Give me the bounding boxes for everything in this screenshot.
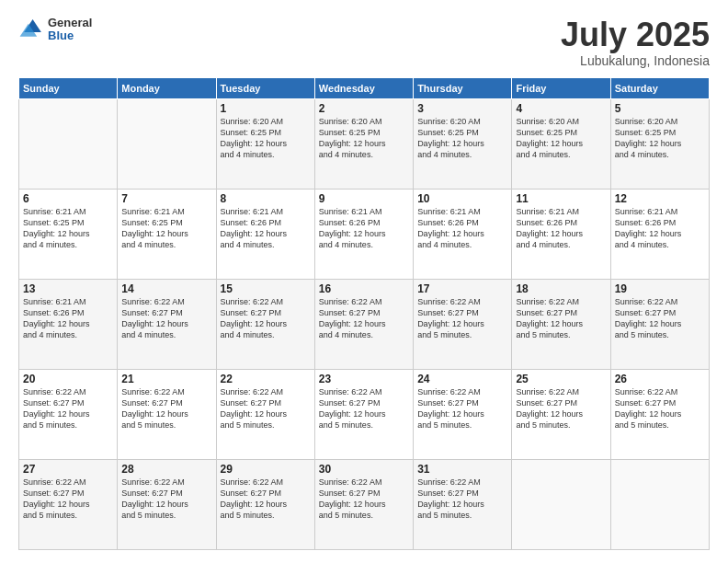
calendar-cell: 31Sunrise: 6:22 AM Sunset: 6:27 PM Dayli… — [414, 459, 512, 549]
day-number: 2 — [319, 102, 409, 115]
header-row: Sunday Monday Tuesday Wednesday Thursday… — [19, 77, 710, 98]
header: General Blue July 2025 Lubukalung, Indon… — [18, 17, 710, 68]
day-info: Sunrise: 6:20 AM Sunset: 6:25 PM Dayligh… — [615, 116, 705, 161]
page: General Blue July 2025 Lubukalung, Indon… — [0, 0, 728, 563]
col-sunday: Sunday — [19, 77, 118, 98]
day-info: Sunrise: 6:22 AM Sunset: 6:27 PM Dayligh… — [121, 386, 211, 431]
day-number: 17 — [417, 282, 507, 295]
day-info: Sunrise: 6:22 AM Sunset: 6:27 PM Dayligh… — [516, 296, 606, 341]
calendar-cell: 1Sunrise: 6:20 AM Sunset: 6:25 PM Daylig… — [216, 98, 314, 189]
day-number: 10 — [417, 192, 507, 205]
day-number: 5 — [615, 102, 705, 115]
col-tuesday: Tuesday — [216, 77, 314, 98]
calendar-cell — [610, 459, 709, 549]
calendar-week-4: 20Sunrise: 6:22 AM Sunset: 6:27 PM Dayli… — [19, 369, 710, 459]
day-info: Sunrise: 6:22 AM Sunset: 6:27 PM Dayligh… — [121, 477, 211, 522]
day-info: Sunrise: 6:21 AM Sunset: 6:26 PM Dayligh… — [615, 206, 705, 251]
day-info: Sunrise: 6:20 AM Sunset: 6:25 PM Dayligh… — [417, 116, 507, 161]
day-number: 30 — [319, 463, 409, 476]
day-info: Sunrise: 6:22 AM Sunset: 6:27 PM Dayligh… — [319, 386, 409, 431]
day-number: 8 — [221, 192, 311, 205]
calendar-cell: 18Sunrise: 6:22 AM Sunset: 6:27 PM Dayli… — [512, 279, 610, 369]
calendar-table: Sunday Monday Tuesday Wednesday Thursday… — [18, 77, 710, 550]
calendar-header: Sunday Monday Tuesday Wednesday Thursday… — [19, 77, 710, 98]
day-number: 9 — [319, 192, 409, 205]
day-info: Sunrise: 6:22 AM Sunset: 6:27 PM Dayligh… — [221, 477, 311, 522]
day-info: Sunrise: 6:22 AM Sunset: 6:27 PM Dayligh… — [516, 386, 606, 431]
calendar-cell: 7Sunrise: 6:21 AM Sunset: 6:25 PM Daylig… — [118, 189, 216, 279]
calendar-cell: 6Sunrise: 6:21 AM Sunset: 6:25 PM Daylig… — [19, 189, 118, 279]
calendar-cell: 27Sunrise: 6:22 AM Sunset: 6:27 PM Dayli… — [19, 459, 118, 549]
calendar-cell — [512, 459, 610, 549]
calendar-cell: 16Sunrise: 6:22 AM Sunset: 6:27 PM Dayli… — [314, 279, 413, 369]
day-number: 3 — [417, 102, 507, 115]
day-info: Sunrise: 6:22 AM Sunset: 6:27 PM Dayligh… — [221, 296, 311, 341]
calendar-cell: 21Sunrise: 6:22 AM Sunset: 6:27 PM Dayli… — [118, 369, 216, 459]
day-info: Sunrise: 6:20 AM Sunset: 6:25 PM Dayligh… — [319, 116, 409, 161]
day-info: Sunrise: 6:21 AM Sunset: 6:26 PM Dayligh… — [221, 206, 311, 251]
day-number: 15 — [221, 282, 311, 295]
logo-icon — [18, 17, 44, 42]
day-info: Sunrise: 6:21 AM Sunset: 6:26 PM Dayligh… — [319, 206, 409, 251]
calendar-cell: 11Sunrise: 6:21 AM Sunset: 6:26 PM Dayli… — [512, 189, 610, 279]
day-number: 21 — [121, 373, 211, 385]
day-info: Sunrise: 6:22 AM Sunset: 6:27 PM Dayligh… — [23, 477, 113, 522]
calendar-cell — [19, 98, 118, 189]
logo-blue-text: Blue — [48, 29, 92, 42]
day-info: Sunrise: 6:20 AM Sunset: 6:25 PM Dayligh… — [221, 116, 311, 161]
day-info: Sunrise: 6:22 AM Sunset: 6:27 PM Dayligh… — [615, 386, 705, 431]
day-info: Sunrise: 6:22 AM Sunset: 6:27 PM Dayligh… — [417, 386, 507, 431]
day-info: Sunrise: 6:22 AM Sunset: 6:27 PM Dayligh… — [221, 386, 311, 431]
day-number: 20 — [23, 373, 113, 385]
day-info: Sunrise: 6:22 AM Sunset: 6:27 PM Dayligh… — [417, 296, 507, 341]
day-number: 26 — [615, 373, 705, 385]
day-number: 4 — [516, 102, 606, 115]
calendar-cell: 12Sunrise: 6:21 AM Sunset: 6:26 PM Dayli… — [610, 189, 709, 279]
day-number: 12 — [615, 192, 705, 205]
day-number: 1 — [221, 102, 311, 115]
calendar-cell: 9Sunrise: 6:21 AM Sunset: 6:26 PM Daylig… — [314, 189, 413, 279]
calendar-cell: 3Sunrise: 6:20 AM Sunset: 6:25 PM Daylig… — [414, 98, 512, 189]
calendar-cell: 24Sunrise: 6:22 AM Sunset: 6:27 PM Dayli… — [414, 369, 512, 459]
calendar-body: 1Sunrise: 6:20 AM Sunset: 6:25 PM Daylig… — [19, 98, 710, 549]
calendar-cell: 26Sunrise: 6:22 AM Sunset: 6:27 PM Dayli… — [610, 369, 709, 459]
calendar-cell: 30Sunrise: 6:22 AM Sunset: 6:27 PM Dayli… — [314, 459, 413, 549]
calendar-cell: 10Sunrise: 6:21 AM Sunset: 6:26 PM Dayli… — [414, 189, 512, 279]
day-number: 27 — [23, 463, 113, 476]
day-number: 18 — [516, 282, 606, 295]
calendar-cell: 4Sunrise: 6:20 AM Sunset: 6:25 PM Daylig… — [512, 98, 610, 189]
day-number: 24 — [417, 373, 507, 385]
day-info: Sunrise: 6:22 AM Sunset: 6:27 PM Dayligh… — [319, 296, 409, 341]
title-block: July 2025 Lubukalung, Indonesia — [561, 17, 710, 68]
day-info: Sunrise: 6:21 AM Sunset: 6:26 PM Dayligh… — [417, 206, 507, 251]
calendar-cell: 23Sunrise: 6:22 AM Sunset: 6:27 PM Dayli… — [314, 369, 413, 459]
day-number: 22 — [221, 373, 311, 385]
month-title: July 2025 — [561, 17, 710, 53]
calendar-cell: 28Sunrise: 6:22 AM Sunset: 6:27 PM Dayli… — [118, 459, 216, 549]
day-info: Sunrise: 6:22 AM Sunset: 6:27 PM Dayligh… — [23, 386, 113, 431]
calendar-cell: 20Sunrise: 6:22 AM Sunset: 6:27 PM Dayli… — [19, 369, 118, 459]
calendar-week-2: 6Sunrise: 6:21 AM Sunset: 6:25 PM Daylig… — [19, 189, 710, 279]
calendar-cell: 29Sunrise: 6:22 AM Sunset: 6:27 PM Dayli… — [216, 459, 314, 549]
day-number: 25 — [516, 373, 606, 385]
calendar-cell: 25Sunrise: 6:22 AM Sunset: 6:27 PM Dayli… — [512, 369, 610, 459]
col-wednesday: Wednesday — [314, 77, 413, 98]
calendar-cell: 19Sunrise: 6:22 AM Sunset: 6:27 PM Dayli… — [610, 279, 709, 369]
day-number: 16 — [319, 282, 409, 295]
col-thursday: Thursday — [414, 77, 512, 98]
calendar-cell: 22Sunrise: 6:22 AM Sunset: 6:27 PM Dayli… — [216, 369, 314, 459]
day-info: Sunrise: 6:22 AM Sunset: 6:27 PM Dayligh… — [121, 296, 211, 341]
calendar-week-1: 1Sunrise: 6:20 AM Sunset: 6:25 PM Daylig… — [19, 98, 710, 189]
logo: General Blue — [18, 17, 92, 43]
day-number: 31 — [417, 463, 507, 476]
day-number: 14 — [121, 282, 211, 295]
col-monday: Monday — [118, 77, 216, 98]
day-info: Sunrise: 6:20 AM Sunset: 6:25 PM Dayligh… — [516, 116, 606, 161]
logo-general-text: General — [48, 17, 92, 29]
day-info: Sunrise: 6:21 AM Sunset: 6:25 PM Dayligh… — [121, 206, 211, 251]
day-number: 13 — [23, 282, 113, 295]
calendar-cell: 15Sunrise: 6:22 AM Sunset: 6:27 PM Dayli… — [216, 279, 314, 369]
calendar-week-3: 13Sunrise: 6:21 AM Sunset: 6:26 PM Dayli… — [19, 279, 710, 369]
col-saturday: Saturday — [610, 77, 709, 98]
day-info: Sunrise: 6:21 AM Sunset: 6:25 PM Dayligh… — [23, 206, 113, 251]
